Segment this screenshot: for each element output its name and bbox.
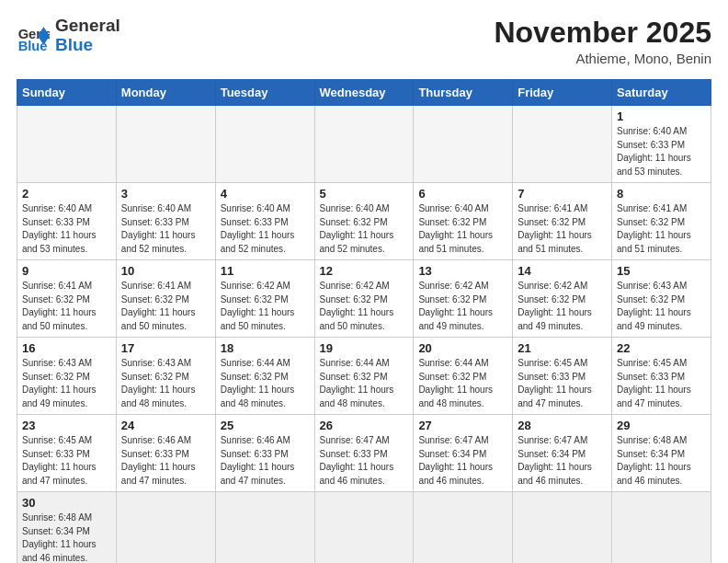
day-number: 22 [617,341,706,355]
day-number: 9 [22,264,111,278]
day-number: 18 [221,341,310,355]
day-number: 19 [320,341,409,355]
day-info: Sunrise: 6:40 AM Sunset: 6:33 PM Dayligh… [121,202,210,256]
day-info: Sunrise: 6:40 AM Sunset: 6:33 PM Dayligh… [221,202,310,256]
calendar-cell: 26Sunrise: 6:47 AM Sunset: 6:33 PM Dayli… [314,415,414,492]
calendar-cell: 29Sunrise: 6:48 AM Sunset: 6:34 PM Dayli… [612,415,711,492]
day-number: 7 [518,187,607,201]
calendar-cell: 22Sunrise: 6:45 AM Sunset: 6:33 PM Dayli… [612,338,711,415]
calendar-cell: 30Sunrise: 6:48 AM Sunset: 6:34 PM Dayli… [17,492,117,563]
day-info: Sunrise: 6:40 AM Sunset: 6:33 PM Dayligh… [617,125,706,178]
day-number: 21 [518,341,607,355]
calendar-cell: 24Sunrise: 6:46 AM Sunset: 6:33 PM Dayli… [116,415,215,492]
day-number: 25 [221,419,310,432]
day-info: Sunrise: 6:41 AM Sunset: 6:32 PM Dayligh… [617,202,706,256]
day-number: 10 [121,264,210,278]
day-info: Sunrise: 6:40 AM Sunset: 6:32 PM Dayligh… [418,202,507,256]
day-number: 16 [22,341,111,355]
calendar-cell [116,106,215,183]
calendar-week-row: 2Sunrise: 6:40 AM Sunset: 6:33 PM Daylig… [17,183,711,260]
weekday-header-tuesday: Tuesday [215,80,314,106]
day-number: 28 [518,419,607,432]
day-info: Sunrise: 6:41 AM Sunset: 6:32 PM Dayligh… [22,280,111,333]
weekday-header-wednesday: Wednesday [314,80,414,106]
day-number: 26 [320,419,409,432]
calendar-cell: 3Sunrise: 6:40 AM Sunset: 6:33 PM Daylig… [116,183,215,260]
day-info: Sunrise: 6:40 AM Sunset: 6:32 PM Dayligh… [320,202,409,256]
day-info: Sunrise: 6:43 AM Sunset: 6:32 PM Dayligh… [121,357,210,410]
day-info: Sunrise: 6:47 AM Sunset: 6:34 PM Dayligh… [418,434,507,488]
weekday-header-row: SundayMondayTuesdayWednesdayThursdayFrid… [17,80,711,106]
calendar-cell [513,492,612,563]
day-number: 14 [518,264,607,278]
day-number: 23 [22,419,111,432]
day-info: Sunrise: 6:48 AM Sunset: 6:34 PM Dayligh… [22,511,111,563]
calendar-cell: 21Sunrise: 6:45 AM Sunset: 6:33 PM Dayli… [513,338,612,415]
day-number: 24 [121,419,210,432]
logo-icon: General Blue [17,19,50,52]
day-number: 29 [617,419,706,432]
weekday-header-thursday: Thursday [414,80,513,106]
day-info: Sunrise: 6:42 AM Sunset: 6:32 PM Dayligh… [221,280,310,333]
day-number: 3 [121,187,210,201]
day-info: Sunrise: 6:45 AM Sunset: 6:33 PM Dayligh… [617,357,706,410]
calendar-cell: 4Sunrise: 6:40 AM Sunset: 6:33 PM Daylig… [215,183,314,260]
calendar-cell [215,492,314,563]
day-number: 2 [22,187,111,201]
day-info: Sunrise: 6:46 AM Sunset: 6:33 PM Dayligh… [221,434,310,488]
day-info: Sunrise: 6:44 AM Sunset: 6:32 PM Dayligh… [221,357,310,410]
weekday-header-sunday: Sunday [17,80,117,106]
calendar-cell: 17Sunrise: 6:43 AM Sunset: 6:32 PM Dayli… [116,338,215,415]
calendar-cell: 13Sunrise: 6:42 AM Sunset: 6:32 PM Dayli… [414,260,513,338]
day-info: Sunrise: 6:43 AM Sunset: 6:32 PM Dayligh… [22,357,111,410]
month-title: November 2025 [494,17,711,49]
day-number: 30 [22,496,111,510]
day-info: Sunrise: 6:46 AM Sunset: 6:33 PM Dayligh… [121,434,210,488]
calendar-cell [17,106,117,183]
calendar-cell [414,492,513,563]
day-info: Sunrise: 6:48 AM Sunset: 6:34 PM Dayligh… [617,434,706,488]
calendar-week-row: 23Sunrise: 6:45 AM Sunset: 6:33 PM Dayli… [17,415,711,492]
page: General Blue General Blue November 2025 … [0,0,728,563]
day-info: Sunrise: 6:41 AM Sunset: 6:32 PM Dayligh… [518,202,607,256]
calendar-week-row: 30Sunrise: 6:48 AM Sunset: 6:34 PM Dayli… [17,492,711,563]
calendar-cell: 27Sunrise: 6:47 AM Sunset: 6:34 PM Dayli… [414,415,513,492]
calendar-cell: 25Sunrise: 6:46 AM Sunset: 6:33 PM Dayli… [215,415,314,492]
day-number: 4 [221,187,310,201]
title-block: November 2025 Athieme, Mono, Benin [494,17,711,66]
calendar-cell [215,106,314,183]
day-number: 5 [320,187,409,201]
calendar-cell: 28Sunrise: 6:47 AM Sunset: 6:34 PM Dayli… [513,415,612,492]
calendar-cell [116,492,215,563]
calendar-cell: 14Sunrise: 6:42 AM Sunset: 6:32 PM Dayli… [513,260,612,338]
day-number: 13 [418,264,507,278]
day-info: Sunrise: 6:42 AM Sunset: 6:32 PM Dayligh… [518,280,607,333]
calendar-week-row: 1Sunrise: 6:40 AM Sunset: 6:33 PM Daylig… [17,106,711,183]
calendar-cell: 6Sunrise: 6:40 AM Sunset: 6:32 PM Daylig… [414,183,513,260]
day-number: 27 [418,419,507,432]
day-number: 8 [617,187,706,201]
calendar-cell: 1Sunrise: 6:40 AM Sunset: 6:33 PM Daylig… [612,106,711,183]
calendar-week-row: 16Sunrise: 6:43 AM Sunset: 6:32 PM Dayli… [17,338,711,415]
calendar-cell: 7Sunrise: 6:41 AM Sunset: 6:32 PM Daylig… [513,183,612,260]
calendar-cell [612,492,711,563]
calendar-cell: 5Sunrise: 6:40 AM Sunset: 6:32 PM Daylig… [314,183,414,260]
day-info: Sunrise: 6:44 AM Sunset: 6:32 PM Dayligh… [320,357,409,410]
day-number: 20 [418,341,507,355]
calendar-week-row: 9Sunrise: 6:41 AM Sunset: 6:32 PM Daylig… [17,260,711,338]
calendar-cell: 11Sunrise: 6:42 AM Sunset: 6:32 PM Dayli… [215,260,314,338]
calendar-cell: 2Sunrise: 6:40 AM Sunset: 6:33 PM Daylig… [17,183,117,260]
calendar-cell: 9Sunrise: 6:41 AM Sunset: 6:32 PM Daylig… [17,260,117,338]
day-info: Sunrise: 6:42 AM Sunset: 6:32 PM Dayligh… [418,280,507,333]
header: General Blue General Blue November 2025 … [17,17,711,66]
weekday-header-friday: Friday [513,80,612,106]
day-number: 11 [221,264,310,278]
calendar-cell [513,106,612,183]
calendar-cell: 23Sunrise: 6:45 AM Sunset: 6:33 PM Dayli… [17,415,117,492]
day-info: Sunrise: 6:41 AM Sunset: 6:32 PM Dayligh… [121,280,210,333]
calendar-cell: 10Sunrise: 6:41 AM Sunset: 6:32 PM Dayli… [116,260,215,338]
day-info: Sunrise: 6:40 AM Sunset: 6:33 PM Dayligh… [22,202,111,256]
day-info: Sunrise: 6:45 AM Sunset: 6:33 PM Dayligh… [518,357,607,410]
calendar-cell: 15Sunrise: 6:43 AM Sunset: 6:32 PM Dayli… [612,260,711,338]
day-info: Sunrise: 6:47 AM Sunset: 6:33 PM Dayligh… [320,434,409,488]
